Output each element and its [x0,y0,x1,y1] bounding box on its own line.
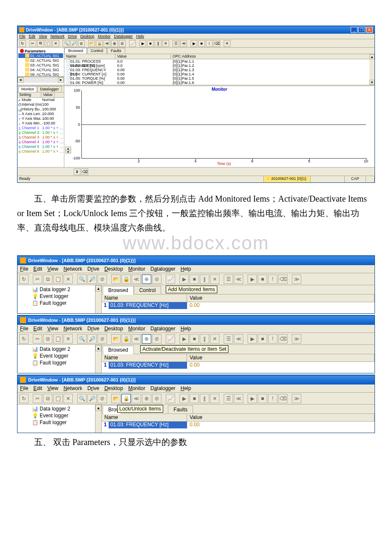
zoom-out-icon[interactable]: 🔎 [87,394,97,403]
add-monitor-icon[interactable]: ⊕ [142,275,151,284]
menu-monitor[interactable]: Monitor [128,266,145,272]
cut-icon[interactable]: ✂ [29,40,36,47]
next-icon[interactable]: ≫ [292,275,301,284]
lock-icon[interactable]: 🔒 [121,394,131,403]
stop2-icon[interactable]: ■ [258,275,267,284]
tree-item-faultlogger[interactable]: 📋Fault logger [19,419,100,426]
settings-row[interactable]: ↓Y Axis Min…-100.00 [17,121,64,126]
scroll-left-icon[interactable]: ◄ [17,77,23,83]
tree-v-scrollbar[interactable]: ▲ [95,345,101,373]
menu-edit[interactable]: Edit [33,266,42,272]
tab-browsed[interactable]: Browsed [103,346,134,354]
refresh-icon[interactable]: ↻ [19,40,26,47]
settings-row[interactable]: 3Channel 31.00 * x + … [17,135,64,140]
grid-row[interactable]: 📄01.04: CURRENT [A]0.00{0}{1}Par.1.4 [64,72,375,76]
zoom-in-icon[interactable]: 🔍 [77,275,86,284]
menu-desktop[interactable]: Desktop [80,34,94,38]
erase-icon[interactable]: ⌫ [278,334,288,344]
list-icon[interactable]: ☰ [224,394,233,403]
cancel-icon[interactable]: ✕ [210,394,219,403]
lock-icon[interactable]: 🔒 [121,334,131,344]
list-icon[interactable]: ☰ [224,275,233,284]
menu-network[interactable]: Network [63,326,82,332]
link-icon[interactable]: ⊘ [119,40,126,47]
menu-file[interactable]: File [20,326,28,332]
scroll-up-icon[interactable]: ▲ [95,285,101,292]
tab-faults[interactable]: Faults [168,405,193,413]
zoom-out-icon[interactable]: 🔎 [70,40,77,47]
menu-drive[interactable]: Drive [68,34,77,38]
parameter-tree[interactable]: Parameters 01: ACTUAL SIG 02: ACTUAL SIG… [17,48,64,77]
play-icon[interactable]: ▶ [139,40,146,47]
copy-icon[interactable]: ⧉ [37,40,44,47]
menu-desktop[interactable]: Desktop [104,266,123,272]
tab-datalogger[interactable]: Datalogger [37,86,62,92]
back-icon[interactable]: ≪ [234,394,243,403]
settings-row[interactable]: ↑Y Axis Max…100.00 [17,116,64,121]
stop2-icon[interactable]: ■ [198,40,205,47]
play-icon[interactable]: ▶ [179,275,189,284]
refresh-icon[interactable]: ↻ [19,394,29,403]
col-value[interactable]: Value [187,414,375,421]
open-icon[interactable]: 📂 [111,334,121,344]
target-icon[interactable]: ⊕ [111,40,118,47]
grid-row[interactable]: 1 01.03: FREQUENCY [Hz] 0.00 [102,302,375,309]
menu-monitor[interactable]: Monitor [128,385,145,391]
lock-icon[interactable]: 🔒 [96,40,103,47]
warn-icon[interactable]: ! [268,275,277,284]
zoom-reset-icon[interactable]: ⊘ [98,394,107,403]
pause-icon[interactable]: ‖ [200,394,209,403]
cut-icon[interactable]: ✂ [33,394,42,403]
next-icon[interactable]: ≫ [292,334,301,344]
cut-icon[interactable]: ✂ [33,275,42,284]
stop-icon[interactable]: ■ [190,394,199,403]
link-icon[interactable]: ⊘ [152,275,161,284]
grid-row[interactable]: 📄01.05: TORQUE [%]0.00{0}{1}Par.1.5 [64,76,375,81]
zoom-reset-icon[interactable]: ⊘ [78,40,85,47]
warn-icon[interactable]: ! [268,394,277,403]
list-icon[interactable]: ☰ [173,40,179,47]
next-icon[interactable]: ≫ [292,394,301,403]
menu-view[interactable]: View [47,266,58,272]
refresh-icon[interactable]: ↻ [19,334,29,344]
close-button[interactable]: ✕ [366,27,373,33]
menu-help[interactable]: Help [181,266,191,272]
scroll-up-icon[interactable]: ▲ [95,405,101,411]
col-value[interactable]: Value [187,354,375,361]
cancel-icon[interactable]: ✕ [162,40,169,47]
lock-icon[interactable]: 🔒 [121,275,131,284]
settings-row[interactable]: 4Channel 41.00 * x + … [17,140,64,145]
col-name[interactable]: Name [102,354,187,361]
zoom-reset-icon[interactable]: ⊘ [98,334,107,344]
settings-row[interactable]: ⏱Interval (ms)100 [17,102,64,107]
back-icon[interactable]: ≪ [180,40,187,47]
play-icon[interactable]: ▶ [179,334,189,344]
play-icon[interactable]: ▶ [179,394,189,403]
rewind-icon[interactable]: ≪ [132,275,141,284]
pause-icon[interactable]: ‖ [200,334,209,344]
chart-icon[interactable]: 📈 [166,334,175,344]
open-icon[interactable]: 📂 [111,275,121,284]
tree-item-eventlogger[interactable]: 💡Event logger [19,412,100,419]
menu-view[interactable]: View [39,34,47,38]
menu-view[interactable]: View [47,326,58,332]
col-value[interactable]: Value [187,295,375,302]
menu-monitor[interactable]: Monitor [128,326,145,332]
grid-row[interactable]: 📄01.03: FREQUENCY [Hz]0.00{0}{1}Par.1.3 [64,68,375,72]
scroll-right-icon[interactable]: ► [58,77,64,83]
col-name[interactable]: Name [102,414,187,421]
pause-icon[interactable]: ‖ [155,40,161,47]
back-icon[interactable]: ≪ [234,334,243,344]
paste-icon[interactable]: 📋 [53,275,63,284]
zoom-spinner[interactable]: ▲▼ [65,147,71,153]
stop-icon[interactable]: ■ [190,275,199,284]
delete-icon[interactable]: ✕ [63,275,73,284]
menu-file[interactable]: File [19,34,26,38]
zoom-in-icon[interactable]: 🔍 [77,394,86,403]
zoom-in-icon[interactable]: 🔍 [63,40,69,47]
tree-item-eventlogger[interactable]: 💡Event logger [19,293,100,300]
warn-icon[interactable]: ! [206,40,213,47]
menu-file[interactable]: File [20,266,28,272]
stop2-icon[interactable]: ■ [258,394,267,403]
settings-row[interactable]: 1Channel 11.00 * x + … [17,126,64,130]
